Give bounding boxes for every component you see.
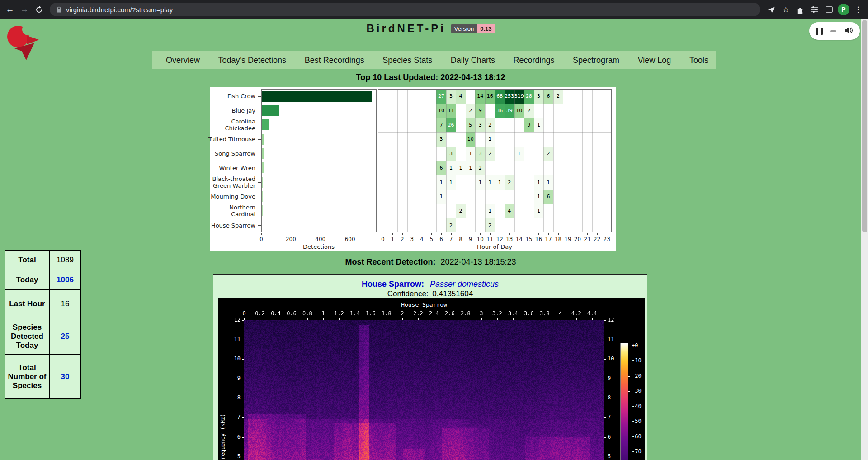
spec-freq-label-right: 9 <box>608 375 626 381</box>
heatmap-xtick <box>558 233 559 235</box>
nav-item-spectrogram[interactable]: Spectrogram <box>573 56 619 65</box>
heatmap-xtick-label: 11 <box>485 236 495 242</box>
stat-label: Total Number of Species <box>5 355 49 399</box>
bookmark-star-icon[interactable]: ☆ <box>778 2 793 17</box>
detection-confidence-line: Confidence: 0.41351604 <box>213 289 647 299</box>
heatmap-xtick <box>519 233 519 235</box>
spectrogram-canvas <box>244 320 604 460</box>
spec-colorbar-label: +0 <box>632 342 638 349</box>
forward-button[interactable]: → <box>17 2 32 17</box>
pause-button[interactable] <box>816 28 823 35</box>
nav-item-today-s-detections[interactable]: Today's Detections <box>218 56 287 65</box>
spec-freq-label-left: 11 <box>221 336 241 342</box>
heatmap-xtick-label: 19 <box>562 236 573 242</box>
species-link[interactable]: House Sparrow: <box>362 280 424 289</box>
nav-item-tools[interactable]: Tools <box>689 56 708 65</box>
spec-time-tick <box>576 318 577 320</box>
stat-value[interactable]: 30 <box>49 355 81 399</box>
heatmap-xtick <box>412 233 412 235</box>
heatmap-cell: 2 <box>466 104 476 118</box>
avatar: P <box>838 4 849 15</box>
stats-row: Last Hour16 <box>5 290 81 318</box>
heatmap-cell: 1 <box>466 161 476 175</box>
spec-freq-tick <box>242 398 244 398</box>
url-bar[interactable]: virginia.birdnetpi.com/?stream=play <box>50 3 760 16</box>
scrollbar-thumb[interactable] <box>862 20 867 232</box>
padlock-icon <box>56 6 62 13</box>
back-button[interactable]: ← <box>3 2 17 17</box>
heatmap-xtick-label: 23 <box>601 236 612 242</box>
spec-colorbar-label: -50 <box>632 418 642 424</box>
heatmap-xtick <box>548 233 549 235</box>
bar <box>262 119 269 130</box>
spec-time-label: 4.4 <box>583 310 601 317</box>
nav-item-recordings[interactable]: Recordings <box>513 56 554 65</box>
bar-ytick <box>258 96 261 97</box>
heatmap-xtick-label: 17 <box>543 236 554 242</box>
scientific-name-link[interactable]: Passer domesticus <box>430 280 499 289</box>
heatmap-cell: 16 <box>485 89 495 104</box>
nav-bar: OverviewToday's DetectionsBest Recording… <box>152 51 716 69</box>
mute-button[interactable] <box>844 26 853 36</box>
heatmap-xtick <box>451 233 452 235</box>
spec-colorbar-tick <box>628 346 630 346</box>
nav-item-daily-charts[interactable]: Daily Charts <box>451 56 495 65</box>
bar-ytick <box>258 182 261 183</box>
heatmap-cell: 1 <box>485 175 495 190</box>
spec-time-tick <box>545 318 545 320</box>
bar <box>262 205 263 216</box>
heatmap-cell: 2 <box>485 147 495 161</box>
stat-value[interactable]: 25 <box>49 318 81 355</box>
stat-value[interactable]: 1006 <box>49 270 81 290</box>
nav-item-species-stats[interactable]: Species Stats <box>382 56 432 65</box>
page: { "browser": { "url": "virginia.birdnetp… <box>0 0 868 460</box>
heatmap-xtick-label: 12 <box>494 236 505 242</box>
heatmap-cell: 11 <box>446 104 456 118</box>
reload-button[interactable] <box>32 2 46 17</box>
nav-item-best-recordings[interactable]: Best Recordings <box>305 56 364 65</box>
page-scrollbar[interactable] <box>861 19 868 460</box>
bar-ytick <box>258 197 261 197</box>
bar-category-label: Blue Jay <box>195 107 255 114</box>
spec-colorbar-tick <box>628 361 630 361</box>
spec-time-label: 1 <box>314 310 332 317</box>
audio-player[interactable] <box>809 22 860 40</box>
heatmap-cell: 2 <box>456 204 466 218</box>
heatmap-xtick <box>422 233 422 235</box>
heatmap-gridline <box>378 218 612 218</box>
spec-time-label: 1.6 <box>362 310 380 317</box>
browser-menu-icon[interactable]: ⋮ <box>851 2 865 17</box>
spec-freq-tick <box>604 320 606 321</box>
extensions-icon[interactable] <box>793 2 807 17</box>
bar-xtick-label: 400 <box>311 236 330 242</box>
app-title: BirdNET-Pi <box>366 22 445 35</box>
spec-time-tick <box>260 318 260 320</box>
bar-ytick <box>258 225 261 226</box>
stat-label: Today <box>5 270 49 290</box>
version-badge: Version 0.13 <box>451 24 495 33</box>
heatmap-xtick-label: 7 <box>446 236 457 242</box>
share-icon[interactable] <box>764 2 778 17</box>
tune-icon <box>811 5 819 14</box>
spec-time-tick <box>481 318 482 320</box>
spec-freq-label-left: 10 <box>221 356 241 362</box>
spec-time-tick <box>466 318 466 320</box>
heatmap-xtick <box>578 233 578 235</box>
heatmap-cell: 10 <box>466 132 476 147</box>
bar <box>262 191 263 202</box>
spec-freq-tick <box>242 437 244 438</box>
spec-freq-label-left: 8 <box>221 394 241 401</box>
bar-xtick-label: 0 <box>252 236 270 242</box>
bar <box>262 148 264 159</box>
reading-list-icon[interactable] <box>807 2 822 17</box>
nav-item-view-log[interactable]: View Log <box>638 56 671 65</box>
heatmap-xtick <box>480 233 481 235</box>
heatmap-cell: 7 <box>436 118 446 132</box>
spec-freq-label-right: 11 <box>608 336 626 342</box>
bar <box>262 91 372 102</box>
nav-item-overview[interactable]: Overview <box>166 56 200 65</box>
confidence-value: 0.41351604 <box>432 289 473 298</box>
bar-xtick-label: 200 <box>282 236 300 242</box>
side-panel-icon[interactable] <box>822 2 836 17</box>
profile-avatar[interactable]: P <box>836 2 851 17</box>
